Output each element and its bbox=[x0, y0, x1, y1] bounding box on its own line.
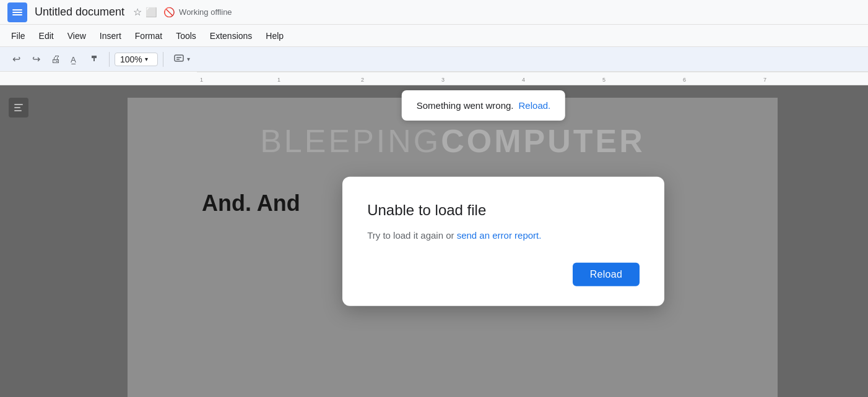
toolbar-divider-2 bbox=[163, 52, 163, 67]
zoom-dropdown-icon: ▾ bbox=[145, 56, 148, 62]
undo-button[interactable]: ↩ bbox=[7, 51, 25, 68]
menu-help[interactable]: Help bbox=[259, 28, 290, 43]
svg-text:3: 3 bbox=[441, 77, 445, 83]
svg-text:2: 2 bbox=[361, 77, 364, 83]
svg-rect-2 bbox=[175, 55, 183, 61]
star-icon[interactable]: ☆ bbox=[133, 6, 142, 18]
toolbar: ↩ ↪ 🖨 A̲ 100% ▾ ▾ bbox=[0, 47, 868, 72]
modal-body-text: Try to load it again or bbox=[367, 230, 457, 241]
main-area: BLEEPINGCOMPUTER And. And Something went… bbox=[0, 85, 868, 397]
toolbar-divider-1 bbox=[109, 52, 110, 67]
error-modal: Unable to load file Try to load it again… bbox=[342, 177, 664, 306]
paintformat-button[interactable] bbox=[87, 51, 104, 68]
svg-text:A̲: A̲ bbox=[71, 55, 76, 64]
svg-text:1: 1 bbox=[277, 77, 280, 83]
title-bar-icons: ☆ ⬜ 🚫 Working offline bbox=[133, 6, 232, 18]
offline-cloud-icon: 🚫 bbox=[163, 7, 175, 18]
svg-text:4: 4 bbox=[522, 77, 525, 83]
zoom-selector[interactable]: 100% ▾ bbox=[115, 53, 158, 66]
menu-bar: File Edit View Insert Format Tools Exten… bbox=[0, 25, 868, 47]
svg-text:1: 1 bbox=[200, 77, 203, 83]
offline-badge: Working offline bbox=[179, 7, 232, 17]
modal-reload-button[interactable]: Reload bbox=[573, 262, 640, 286]
app-icon bbox=[7, 2, 27, 22]
toaster-message: Something went wrong. bbox=[417, 100, 514, 111]
modal-overlay: Unable to load file Try to load it again… bbox=[0, 85, 868, 397]
spellcheck-button[interactable]: A̲ bbox=[67, 51, 84, 68]
modal-error-report-link[interactable]: send an error report. bbox=[457, 230, 542, 241]
svg-rect-1 bbox=[93, 58, 95, 61]
present-icon[interactable]: ⬜ bbox=[145, 7, 157, 18]
menu-view[interactable]: View bbox=[61, 28, 92, 43]
modal-footer: Reload bbox=[367, 262, 640, 286]
menu-extensions[interactable]: Extensions bbox=[204, 28, 258, 43]
menu-insert[interactable]: Insert bbox=[93, 28, 128, 43]
redo-button[interactable]: ↪ bbox=[27, 51, 45, 68]
print-button[interactable]: 🖨 bbox=[47, 51, 64, 68]
menu-format[interactable]: Format bbox=[129, 28, 168, 43]
comments-button[interactable]: ▾ bbox=[168, 51, 195, 67]
modal-title: Unable to load file bbox=[367, 202, 640, 219]
menu-edit[interactable]: Edit bbox=[33, 28, 60, 43]
ruler: 1 1 2 3 4 5 6 7 bbox=[0, 72, 868, 85]
zoom-level: 100% bbox=[120, 54, 142, 64]
toaster-reload-link[interactable]: Reload. bbox=[519, 100, 551, 111]
svg-text:6: 6 bbox=[683, 77, 686, 83]
modal-body: Try to load it again or send an error re… bbox=[367, 229, 640, 243]
document-title[interactable]: Untitled document bbox=[35, 6, 124, 19]
title-bar: Untitled document ☆ ⬜ 🚫 Working offline bbox=[0, 0, 868, 25]
svg-text:7: 7 bbox=[763, 77, 766, 83]
svg-text:5: 5 bbox=[602, 77, 605, 83]
menu-file[interactable]: File bbox=[5, 28, 32, 43]
comments-dropdown-icon: ▾ bbox=[187, 56, 190, 62]
menu-tools[interactable]: Tools bbox=[170, 28, 202, 43]
toaster-notification: Something went wrong. Reload. bbox=[402, 90, 565, 121]
